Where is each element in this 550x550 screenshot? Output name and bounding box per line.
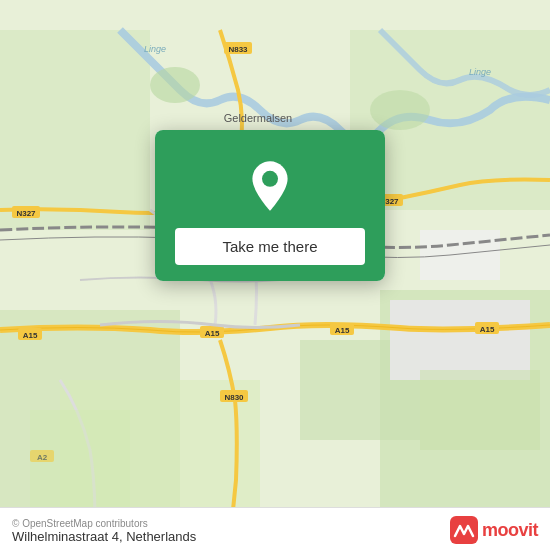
svg-rect-32 [420, 370, 540, 450]
moovit-logo: moovit [450, 516, 538, 544]
svg-text:A15: A15 [480, 325, 495, 334]
bottom-bar: © OpenStreetMap contributors Wilhelminas… [0, 507, 550, 550]
svg-text:Geldermalsen: Geldermalsen [224, 112, 292, 124]
svg-point-28 [150, 67, 200, 103]
svg-text:Linge: Linge [469, 67, 491, 77]
location-pin-icon [242, 158, 298, 214]
svg-text:A15: A15 [205, 329, 220, 338]
address-label: Wilhelminastraat 4, Netherlands [12, 529, 196, 544]
card-green-section: Take me there [155, 130, 385, 281]
address-section: © OpenStreetMap contributors Wilhelminas… [12, 516, 196, 544]
location-card: Take me there [155, 130, 385, 281]
svg-rect-7 [390, 300, 530, 380]
svg-text:A15: A15 [335, 326, 350, 335]
map-container: A15 A15 A15 A15 N327 N327 N833 N830 Geld… [0, 0, 550, 550]
svg-text:N833: N833 [228, 45, 248, 54]
svg-point-29 [370, 90, 430, 130]
moovit-icon [450, 516, 478, 544]
svg-rect-35 [450, 516, 478, 544]
svg-point-34 [262, 171, 278, 187]
svg-text:N327: N327 [16, 209, 36, 218]
moovit-brand-text: moovit [482, 520, 538, 541]
svg-rect-33 [30, 410, 130, 510]
svg-text:A15: A15 [23, 331, 38, 340]
svg-text:N830: N830 [224, 393, 244, 402]
svg-rect-8 [420, 230, 500, 280]
osm-attribution: © OpenStreetMap contributors [12, 518, 196, 529]
svg-rect-1 [0, 30, 150, 230]
take-me-there-button[interactable]: Take me there [175, 228, 365, 265]
svg-text:Linge: Linge [144, 44, 166, 54]
